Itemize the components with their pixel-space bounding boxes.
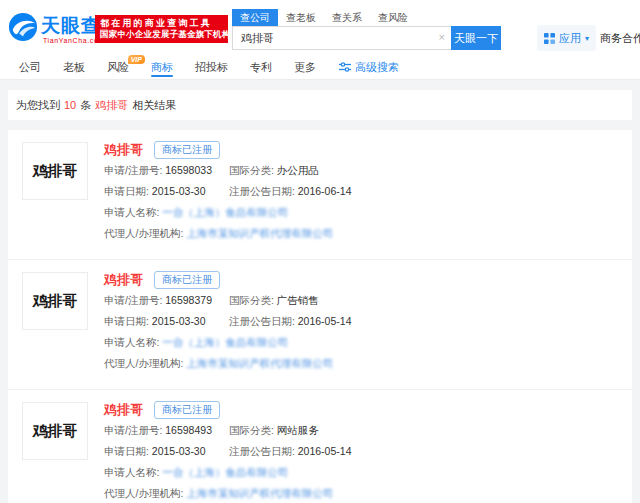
status-badge: 商标已注册 [154,401,220,419]
reg-class-row: 申请/注册号: 16598379 国际分类: 广告销售 [104,290,618,311]
applicant-label: 申请人名称: [104,206,159,218]
dates-row: 申请日期: 2015-03-30 注册公告日期: 2016-05-14 [104,311,618,332]
summary-prefix: 为您找到 [16,98,60,113]
apps-label: 应用 [559,31,581,46]
summary-count: 10 [64,99,76,111]
applicant-row: 申请人名称: 一合（上海）食品有限公司 [104,202,618,223]
apply-date-label: 申请日期: [104,185,149,197]
dates-row: 申请日期: 2015-03-30 注册公告日期: 2016-06-14 [104,181,618,202]
pub-date-label: 注册公告日期: [229,185,295,197]
summary-keyword: 鸡排哥 [95,98,128,113]
filter-sliders-icon [339,62,351,72]
nav-item-patent[interactable]: 专利 [239,55,283,79]
intl-class-value: 办公用品 [277,164,319,176]
tianyancha-logo-icon [8,12,38,42]
clear-search-icon[interactable]: × [439,31,445,43]
result-list: 鸡排哥 鸡排哥 商标已注册 申请/注册号: 16598033 国际分类: 办公用… [8,130,632,503]
pub-date-label: 注册公告日期: [229,315,295,327]
trademark-result-card: 鸡排哥 鸡排哥 商标已注册 申请/注册号: 16598033 国际分类: 办公用… [8,130,632,259]
reg-no-label: 申请/注册号: [104,164,162,176]
apply-date-label: 申请日期: [104,315,149,327]
trademark-image[interactable]: 鸡排哥 [22,402,88,460]
applicant-link[interactable]: 一合（上海）食品有限公司 [162,206,288,218]
reg-no-value: 16598493 [165,424,212,436]
header: 天眼查 TianYanCha.com 都在用的商业查询工具 国家中小企业发展子基… [0,0,640,55]
nav-item-company[interactable]: 公司 [8,55,52,79]
agent-link[interactable]: 上海市某知识产权代理有限公司 [186,227,333,239]
promo-banner-line1: 都在用的商业查询工具 [100,17,223,29]
reg-no-value: 16598033 [165,164,212,176]
advanced-search-label: 高级搜索 [355,60,399,75]
intl-class-label: 国际分类: [229,424,274,436]
nav-item-trademark[interactable]: 商标 [140,55,184,79]
apply-date-value: 2015-03-30 [152,315,206,327]
search-input[interactable] [232,26,451,50]
agent-link[interactable]: 上海市某知识产权代理有限公司 [186,357,333,369]
trademark-image[interactable]: 鸡排哥 [22,272,88,330]
apply-date-value: 2015-03-30 [152,185,206,197]
brand-name[interactable]: 天眼查 [41,13,101,39]
apply-date-value: 2015-03-30 [152,445,206,457]
chevron-down-icon: ▾ [585,34,589,43]
reg-no-label: 申请/注册号: [104,294,162,306]
trademark-result-card: 鸡排哥 鸡排哥 商标已注册 申请/注册号: 16598379 国际分类: 广告销… [8,259,632,389]
intl-class-label: 国际分类: [229,294,274,306]
nav-item-risk-label: 风险 [107,60,129,75]
applicant-link[interactable]: 一合（上海）食品有限公司 [162,466,288,478]
pub-date-value: 2016-06-14 [298,185,352,197]
status-badge: 商标已注册 [154,271,220,289]
agent-row: 代理人/办理机构: 上海市某知识产权代理有限公司 [104,353,618,374]
agent-label: 代理人/办理机构: [104,227,183,239]
intl-class-value: 网站服务 [277,424,319,436]
pub-date-label: 注册公告日期: [229,445,295,457]
grid-icon [544,33,555,44]
intl-class-label: 国际分类: [229,164,274,176]
applicant-row: 申请人名称: 一合（上海）食品有限公司 [104,462,618,483]
agent-label: 代理人/办理机构: [104,487,183,499]
trademark-title-link[interactable]: 鸡排哥 [104,271,143,289]
summary-suffix: 相关结果 [132,98,176,113]
apps-menu-button[interactable]: 应用 ▾ [537,25,596,51]
dates-row: 申请日期: 2015-03-30 注册公告日期: 2016-05-14 [104,441,618,462]
reg-class-row: 申请/注册号: 16598493 国际分类: 网站服务 [104,420,618,441]
applicant-link[interactable]: 一合（上海）食品有限公司 [162,336,288,348]
agent-row: 代理人/办理机构: 上海市某知识产权代理有限公司 [104,483,618,503]
agent-link[interactable]: 上海市某知识产权代理有限公司 [186,487,333,499]
business-cooperation-link[interactable]: 商务合作 [600,31,640,46]
reg-no-label: 申请/注册号: [104,424,162,436]
agent-row: 代理人/办理机构: 上海市某知识产权代理有限公司 [104,223,618,244]
pub-date-value: 2016-05-14 [298,315,352,327]
nav-item-bidding[interactable]: 招投标 [184,55,239,79]
search-box: × 天眼一下 [232,26,501,50]
applicant-row: 申请人名称: 一合（上海）食品有限公司 [104,332,618,353]
nav-item-more[interactable]: 更多 [283,55,327,79]
agent-label: 代理人/办理机构: [104,357,183,369]
summary-unit: 条 [80,98,91,113]
advanced-search-link[interactable]: 高级搜索 [339,60,399,75]
applicant-label: 申请人名称: [104,336,159,348]
reg-class-row: 申请/注册号: 16598033 国际分类: 办公用品 [104,160,618,181]
promo-banner: 都在用的商业查询工具 国家中小企业发展子基金旗下机构 [95,15,228,43]
result-summary: 为您找到 10 条 鸡排哥 相关结果 [8,90,632,120]
pub-date-value: 2016-05-14 [298,445,352,457]
trademark-title-link[interactable]: 鸡排哥 [104,401,143,419]
trademark-title-link[interactable]: 鸡排哥 [104,141,143,159]
main-content: 为您找到 10 条 鸡排哥 相关结果 鸡排哥 鸡排哥 商标已注册 申请/注册号:… [8,90,632,503]
category-nav: 公司 老板 风险 VIP 商标 招投标 专利 更多 高级搜索 [0,55,640,80]
status-badge: 商标已注册 [154,141,220,159]
trademark-image[interactable]: 鸡排哥 [22,142,88,200]
search-button[interactable]: 天眼一下 [451,26,501,50]
intl-class-value: 广告销售 [277,294,319,306]
reg-no-value: 16598379 [165,294,212,306]
trademark-result-card: 鸡排哥 鸡排哥 商标已注册 申请/注册号: 16598493 国际分类: 网站服… [8,389,632,503]
promo-banner-line2: 国家中小企业发展子基金旗下机构 [100,29,223,40]
applicant-label: 申请人名称: [104,466,159,478]
nav-item-risk[interactable]: 风险 VIP [96,55,140,79]
nav-item-boss[interactable]: 老板 [52,55,96,79]
apply-date-label: 申请日期: [104,445,149,457]
